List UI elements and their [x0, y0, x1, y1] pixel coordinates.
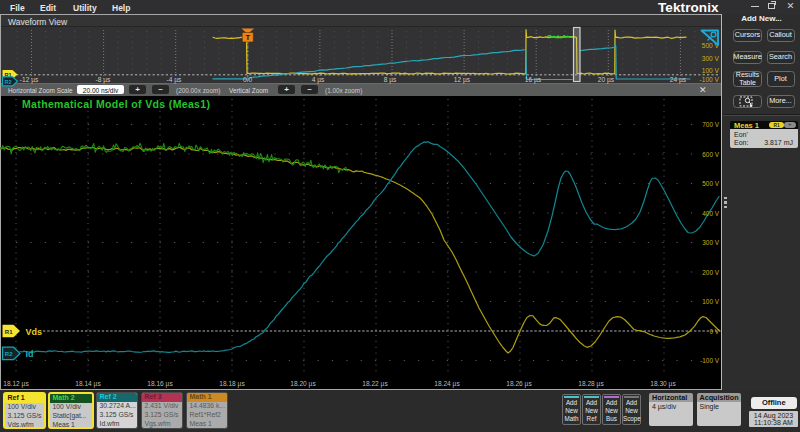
svg-text:18.26 µs: 18.26 µs [506, 380, 532, 388]
svg-text:700 V: 700 V [702, 121, 719, 128]
svg-text:500 V: 500 V [702, 180, 719, 187]
svg-text:R2: R2 [5, 351, 13, 357]
svg-text:0 V: 0 V [709, 328, 719, 335]
svg-text:18.18 µs: 18.18 µs [219, 380, 245, 388]
svg-text:400 V: 400 V [702, 210, 719, 217]
svg-text:R1: R1 [5, 329, 13, 335]
svg-text:18.30 µs: 18.30 µs [650, 380, 676, 388]
svg-text:200 V: 200 V [702, 269, 719, 276]
svg-text:-100 V: -100 V [700, 357, 720, 364]
svg-text:100 V: 100 V [702, 298, 719, 305]
svg-text:600 V: 600 V [702, 151, 719, 158]
svg-text:18.12 µs: 18.12 µs [3, 380, 29, 388]
svg-text:18.24 µs: 18.24 µs [434, 380, 460, 388]
svg-text:18.16 µs: 18.16 µs [147, 380, 173, 388]
svg-text:Vds: Vds [26, 327, 43, 337]
svg-text:18.22 µs: 18.22 µs [362, 380, 388, 388]
svg-text:300 V: 300 V [702, 239, 719, 246]
svg-text:18.14 µs: 18.14 µs [75, 380, 101, 388]
svg-text:Mathematical Model of Vds (Mea: Mathematical Model of Vds (Meas1) [22, 98, 210, 110]
svg-text:18.28 µs: 18.28 µs [578, 380, 604, 388]
svg-text:Id: Id [26, 349, 34, 359]
svg-text:18.20 µs: 18.20 µs [290, 380, 316, 388]
